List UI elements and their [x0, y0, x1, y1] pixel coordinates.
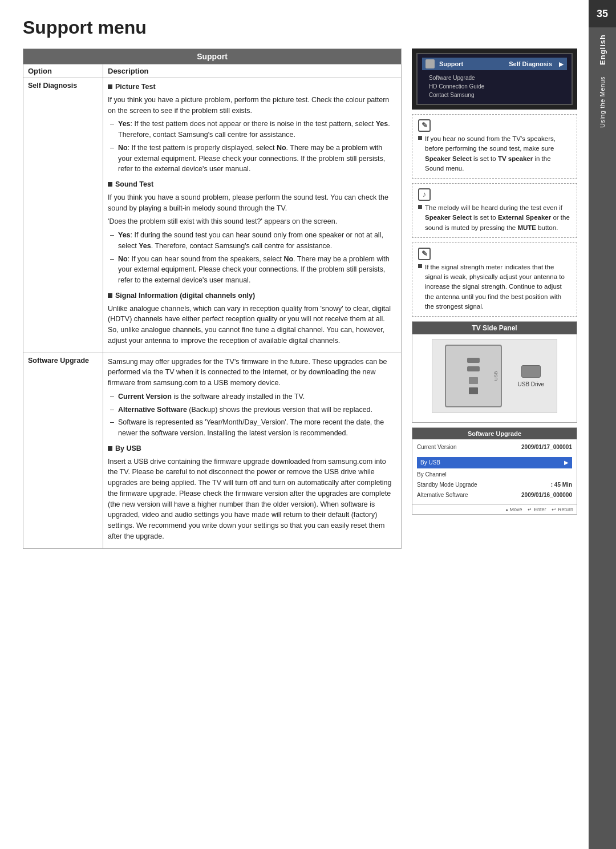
note2-text: The melody will be heard during the test…	[425, 203, 571, 233]
self-diagnosis-row: Self Diagnosis Picture Test If you think…	[23, 78, 402, 353]
software-upgrade-screen-box: Software Upgrade Current Version 2009/01…	[412, 427, 577, 515]
tv-body-outline: USB	[445, 345, 502, 407]
note2-icon: ♪	[418, 188, 431, 201]
by-usb-heading: By USB	[108, 443, 396, 454]
tv-side-panel-box: TV Side Panel USB	[412, 321, 577, 423]
tab-label-english: English	[598, 34, 607, 65]
software-upgrade-desc: Samsung may offer upgrades for the TV's …	[103, 353, 402, 548]
note1-content: If you hear no sound from the TV's speak…	[418, 134, 571, 173]
usb-drive-group: USB Drive	[517, 365, 544, 387]
tv-connector1	[469, 377, 478, 384]
sound-no-item: No: If you can hear sound from the speak…	[108, 254, 396, 286]
su-by-channel-label: By Channel	[417, 470, 447, 479]
su-standby-row: Standby Mode Upgrade : 45 Min	[417, 480, 572, 490]
sw-date-format: Software is represented as 'Year/Month/D…	[108, 417, 396, 439]
tv-section-label: Support	[439, 60, 463, 67]
self-diagnosis-desc: Picture Test If you think you have a pic…	[103, 78, 402, 353]
note3-sq	[418, 264, 422, 268]
signal-info-bullet	[108, 293, 112, 298]
tv-connector2	[469, 387, 478, 394]
su-alt-row: Alternative Software 2009/01/16_000000	[417, 491, 572, 500]
tv-side-panel-content: USB USB Drive	[412, 334, 577, 422]
su-alt-label: Alternative Software	[417, 491, 468, 500]
note2-panel: ♪ The melody will be heard during the te…	[412, 183, 577, 238]
right-tab: 35 English Using the Menus	[589, 0, 616, 849]
note2-header: ♪	[418, 188, 571, 201]
picture-test-para: If you think you have a picture problem,…	[108, 95, 396, 116]
su-current-version-row: Current Version 2009/01/17_000001	[417, 443, 572, 452]
two-col-layout: Support Option Description Self Diagnosi…	[23, 48, 577, 549]
su-alt-value: 2009/01/16_000000	[521, 491, 572, 500]
su-by-usb-selected: By USB ▶	[417, 457, 572, 468]
su-nav-enter: ↵ Enter	[528, 507, 546, 512]
left-column: Support Option Description Self Diagnosi…	[23, 48, 402, 549]
su-by-usb-arrow: ▶	[564, 458, 569, 467]
sw-alternative: Alternative Software (Backup) shows the …	[108, 405, 396, 415]
table-header-row: Support	[23, 49, 402, 64]
sound-test-bullet	[108, 182, 112, 187]
note2-sq	[418, 205, 422, 209]
page-number: 35	[589, 0, 616, 27]
support-table: Support Option Description Self Diagnosi…	[23, 48, 402, 549]
signal-info-heading: Signal Information (digital channels onl…	[108, 290, 396, 301]
su-cv-label: Current Version	[417, 443, 456, 452]
tv-item-contact: Contact Samsung	[425, 91, 564, 99]
signal-info-para: Unlike analogue channels, which can vary…	[108, 304, 396, 346]
tab-label-using: Using the Menus	[599, 76, 606, 128]
note1-panel: ✎ If you hear no sound from the TV's spe…	[412, 114, 577, 179]
picture-yes-item: Yes: If the test pattern does not appear…	[108, 119, 396, 140]
by-usb-bullet	[108, 446, 112, 451]
self-diagnosis-option: Self Diagnosis	[23, 78, 103, 353]
note1-icon: ✎	[418, 119, 431, 132]
su-header: Software Upgrade	[412, 428, 577, 439]
note3-header: ✎	[418, 248, 571, 260]
software-upgrade-option: Software Upgrade	[23, 353, 103, 548]
note3-panel: ✎ If the signal strength meter indicates…	[412, 242, 577, 317]
su-cv-value: 2009/01/17_000001	[521, 443, 572, 452]
su-by-channel-row: By Channel	[417, 470, 572, 479]
sound-test-para1: If you think you have a sound problem, p…	[108, 192, 396, 214]
col-header-row: Option Description	[23, 64, 402, 78]
tv-side-panel-header: TV Side Panel	[412, 322, 577, 334]
tv-menu-bar: Support Self Diagnosis ▶	[422, 58, 567, 70]
tv-menu-items: Software Upgrade HD Connection Guide Con…	[422, 72, 567, 100]
tv-side-drawing: USB USB Drive	[432, 339, 557, 413]
su-nav-bar: ⬥ Move ↵ Enter ↩ Return	[412, 504, 577, 514]
su-divider1	[417, 453, 572, 455]
note1-header: ✎	[418, 119, 571, 132]
picture-test-heading: Picture Test	[108, 82, 396, 92]
usb-drive-label: USB Drive	[517, 381, 544, 387]
note3-text: If the signal strength meter indicates t…	[425, 262, 571, 312]
tv-item-sw: Software Upgrade	[425, 74, 564, 82]
tv-menu-icon	[425, 59, 435, 68]
sound-yes-item: Yes: If during the sound test you can he…	[108, 230, 396, 252]
usb-drive-icon	[521, 365, 541, 378]
tv-screenshot-panel: Support Self Diagnosis ▶ Software Upgrad…	[412, 48, 577, 110]
main-content: Support menu Support Option Description	[0, 0, 589, 849]
su-standby-label: Standby Mode Upgrade	[417, 480, 477, 490]
by-usb-para: Insert a USB drive containing the firmwa…	[108, 456, 396, 542]
page-title: Support menu	[23, 17, 577, 38]
su-nav-move: ⬥ Move	[505, 507, 522, 512]
su-content: Current Version 2009/01/17_000001 By USB…	[412, 439, 577, 504]
su-by-usb-label: By USB	[420, 458, 440, 467]
tv-usb-slot2	[467, 366, 480, 371]
sw-para1: Samsung may offer upgrades for the TV's …	[108, 357, 396, 389]
picture-no-item: No: If the test pattern is properly disp…	[108, 143, 396, 175]
tv-usb-text: USB	[493, 371, 499, 381]
col-option-header: Option	[23, 64, 103, 78]
tv-screen: Support Self Diagnosis ▶ Software Upgrad…	[416, 53, 573, 105]
tv-usb-slot	[467, 358, 480, 363]
software-upgrade-row: Software Upgrade Samsung may offer upgra…	[23, 353, 402, 548]
tv-self-diag-label: Self Diagnosis	[509, 60, 552, 67]
sw-current: Current Version is the software already …	[108, 391, 396, 402]
right-column: Support Self Diagnosis ▶ Software Upgrad…	[412, 48, 577, 549]
col-description-header: Description	[103, 64, 402, 78]
note3-content: If the signal strength meter indicates t…	[418, 262, 571, 312]
note1-text: If you hear no sound from the TV's speak…	[425, 134, 571, 173]
note1-sq	[418, 136, 422, 140]
picture-test-bullet	[108, 84, 112, 89]
sound-test-heading: Sound Test	[108, 179, 396, 190]
su-standby-value: : 45 Min	[551, 480, 572, 490]
tv-item-hd: HD Connection Guide	[425, 82, 564, 91]
